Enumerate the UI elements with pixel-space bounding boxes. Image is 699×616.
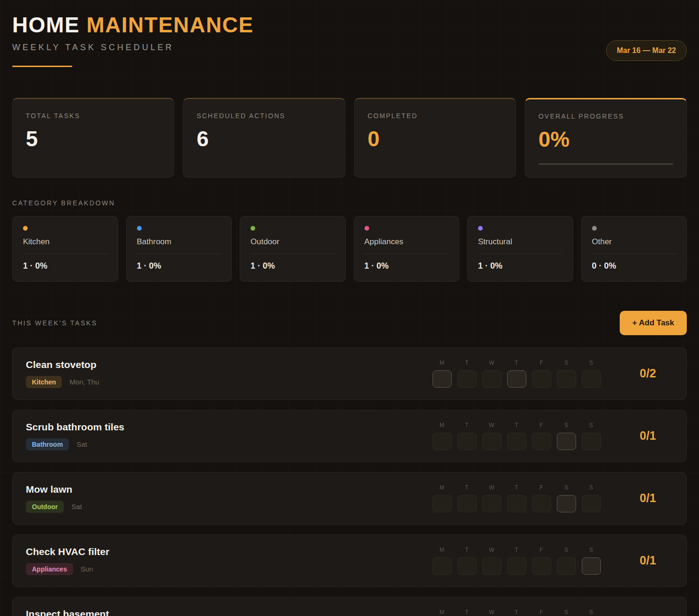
day-column: W <box>482 609 501 616</box>
day-column: F <box>532 422 551 450</box>
day-column: T <box>457 609 477 616</box>
day-label: M <box>440 547 445 553</box>
category-name: Other <box>592 237 676 254</box>
task-count: 0/1 <box>625 491 670 505</box>
tasks-header: THIS WEEK'S TASKS + Add Task <box>12 311 687 335</box>
day-label: S <box>589 609 593 616</box>
day-column: T <box>457 547 477 575</box>
task-info: Inspect basement Structural Sun <box>26 608 433 616</box>
day-label: T <box>465 547 469 553</box>
task-info: Check HVAC filter Appliances Sun <box>26 546 433 575</box>
day-checkbox[interactable] <box>582 557 601 575</box>
day-column: T <box>507 547 526 575</box>
day-checkbox[interactable] <box>557 433 576 450</box>
day-label: S <box>589 360 593 366</box>
stat-card: COMPLETED 0 <box>354 98 516 178</box>
task-title: Clean stovetop <box>26 359 433 370</box>
day-checkbox[interactable] <box>433 370 452 388</box>
day-checkbox[interactable] <box>557 495 576 512</box>
day-label: S <box>564 422 569 428</box>
day-column: T <box>507 484 526 512</box>
stat-value: 0% <box>539 127 673 152</box>
day-column: S <box>557 609 576 616</box>
task-meta: Bathroom Sat <box>26 438 433 451</box>
day-checkbox <box>507 557 526 575</box>
task-meta: Appliances Sun <box>26 563 433 575</box>
day-label: W <box>489 422 494 428</box>
day-checkbox <box>507 495 526 512</box>
task-info: Clean stovetop Kitchen Mon, Thu <box>26 359 433 388</box>
day-label: T <box>465 360 469 366</box>
day-checkbox <box>557 557 576 575</box>
day-checkbox <box>457 495 477 512</box>
task-schedule: Sat <box>76 440 87 448</box>
day-label: S <box>589 547 593 553</box>
day-label: M <box>440 422 445 428</box>
day-column: M <box>433 484 452 512</box>
task-count: 0/2 <box>625 367 670 380</box>
task-title: Inspect basement <box>26 608 433 616</box>
day-label: T <box>515 484 518 491</box>
day-label: W <box>489 609 494 616</box>
day-checkbox <box>582 370 601 388</box>
day-column: S <box>582 360 601 388</box>
category-card: Other 0 · 0% <box>581 216 687 282</box>
category-card: Kitchen 1 · 0% <box>12 216 118 282</box>
stat-label: SCHEDULED ACTIONS <box>197 112 331 120</box>
day-checkbox <box>482 557 501 575</box>
tasks-heading: THIS WEEK'S TASKS <box>12 319 98 327</box>
task-schedule: Mon, Thu <box>69 378 99 386</box>
progress-bar <box>539 163 673 165</box>
stat-value: 5 <box>26 126 160 151</box>
day-column: W <box>482 360 501 388</box>
task-meta: Outdoor Sat <box>26 501 433 513</box>
task-row: Inspect basement Structural Sun MTWTFSS … <box>12 597 687 616</box>
task-days: MTWTFSS <box>433 609 601 616</box>
day-checkbox <box>582 495 601 512</box>
day-checkbox <box>433 433 452 450</box>
day-checkbox <box>457 557 477 575</box>
day-label: M <box>440 484 445 491</box>
day-column: S <box>557 484 576 512</box>
day-checkbox <box>557 370 576 388</box>
task-category-badge: Kitchen <box>26 376 62 388</box>
day-label: S <box>564 547 569 553</box>
task-category-badge: Appliances <box>26 563 73 575</box>
category-stats: 1 · 0% <box>251 254 335 271</box>
day-label: W <box>489 360 494 366</box>
task-days: MTWTFSS <box>433 547 601 575</box>
task-row: Clean stovetop Kitchen Mon, Thu MTWTFSS … <box>12 347 687 400</box>
title-accent: MAINTENANCE <box>86 13 253 37</box>
day-column: F <box>532 484 551 512</box>
day-column: F <box>532 609 551 616</box>
category-stats: 1 · 0% <box>23 254 107 271</box>
stat-label: TOTAL TASKS <box>26 112 160 120</box>
stat-value: 6 <box>197 126 331 151</box>
day-label: M <box>440 360 445 366</box>
day-label: T <box>465 609 469 616</box>
category-dot-icon <box>137 226 142 231</box>
category-dot-icon <box>365 226 369 231</box>
day-label: M <box>440 609 445 616</box>
task-days: MTWTFSS <box>433 484 601 512</box>
day-label: W <box>489 484 494 491</box>
stat-label: OVERALL PROGRESS <box>539 113 673 120</box>
day-column: M <box>433 422 452 450</box>
day-checkbox <box>507 433 526 450</box>
task-schedule: Sat <box>71 503 82 511</box>
day-checkbox[interactable] <box>507 370 526 388</box>
stats-grid: TOTAL TASKS 5 SCHEDULED ACTIONS 6 COMPLE… <box>12 98 687 178</box>
task-title: Mow lawn <box>26 484 433 495</box>
add-task-button[interactable]: + Add Task <box>620 311 687 335</box>
task-days: MTWTFSS <box>433 422 601 450</box>
task-count: 0/1 <box>625 554 670 567</box>
stat-card: SCHEDULED ACTIONS 6 <box>183 98 345 178</box>
category-name: Bathroom <box>137 237 221 254</box>
day-checkbox <box>482 495 501 512</box>
task-title: Check HVAC filter <box>26 546 433 557</box>
category-dot-icon <box>23 226 28 231</box>
day-label: T <box>465 422 469 428</box>
task-schedule: Sun <box>81 565 93 573</box>
day-label: F <box>539 609 543 616</box>
date-range-badge: Mar 16 — Mar 22 <box>606 40 687 61</box>
